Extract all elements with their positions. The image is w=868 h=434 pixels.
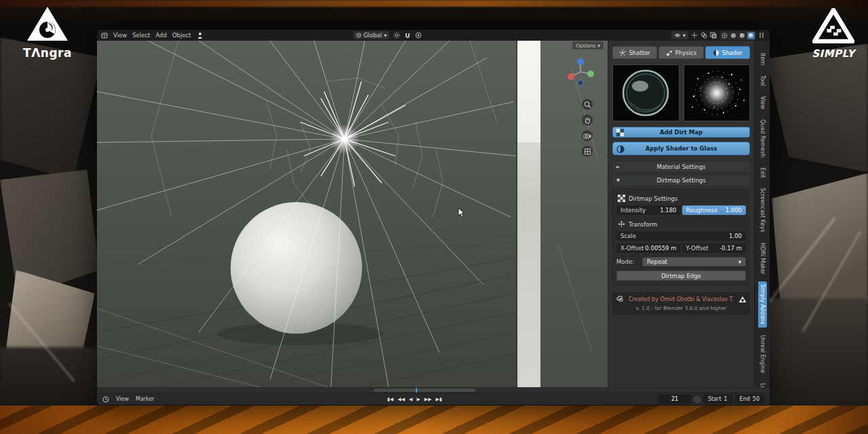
viewport-options-dropdown[interactable]: Options ▾ (572, 41, 604, 50)
viewport-nav-controls (582, 99, 593, 157)
mouse-cursor (458, 208, 466, 218)
dirtmap-edge-button[interactable]: Dirtmap Edge (616, 271, 746, 281)
sidebar-tab-screencast-keys[interactable]: Screencast Keys (758, 185, 767, 235)
menu-view[interactable]: View (113, 32, 127, 39)
sidebar-tab-hdri-maker[interactable]: HDRi Maker (758, 240, 767, 277)
sidebar-tab-simply-addons[interactable]: Simply Addons (758, 281, 767, 327)
sidebar-tab-view[interactable]: View (758, 94, 767, 112)
xray-toggle-icon[interactable] (710, 32, 717, 39)
menu-object[interactable]: Object (172, 32, 191, 39)
tangra-logo: TΛngra (15, 5, 80, 60)
frame-start-field[interactable]: Start 1 (703, 395, 732, 403)
sidebar-tab-luxcore[interactable]: LuxCoreOnl (758, 380, 767, 387)
zoom-icon[interactable] (582, 99, 593, 110)
addon-logo-icon (616, 295, 624, 303)
transform-orientation-dropdown[interactable]: Global ▾ (353, 31, 389, 39)
tab-shader[interactable]: Shader (705, 46, 750, 59)
proportional-edit-icon[interactable] (415, 32, 422, 39)
dirtmap-box-title-row: Dirtmap Settings (618, 195, 746, 202)
tab-physics[interactable]: Physics (658, 46, 703, 59)
move-view-hand-icon[interactable] (582, 115, 593, 125)
jump-to-start-button[interactable]: ▮◀ (387, 397, 393, 402)
apply-shader-to-glass-button[interactable]: Apply Shader to Glass (612, 142, 750, 155)
header-collapse-icon[interactable] (759, 32, 766, 39)
y-offset-field[interactable]: Y-Offset -0.17 m (682, 243, 747, 253)
shading-mode-group (719, 31, 756, 40)
sidebar-tab-quad-remesh[interactable]: Quad Remesh (758, 117, 767, 160)
toggle-grid-icon[interactable] (582, 146, 593, 157)
simply-logo: SIMPLY (804, 8, 863, 60)
viewport-3d[interactable]: Options ▾ (97, 41, 608, 387)
blender-window: View Select Add Object Global ▾ (97, 30, 770, 405)
jump-to-end-button[interactable]: ▶▮ (436, 397, 442, 402)
camera-view-icon[interactable] (582, 130, 593, 141)
current-frame-field[interactable]: 21 (658, 395, 691, 403)
texture-previews (612, 64, 750, 121)
sidebar-tab-unreal-engine[interactable]: Unreal Engine (758, 332, 767, 376)
play-reverse-button[interactable]: ◀ (409, 397, 412, 402)
shading-rendered-icon[interactable] (747, 32, 755, 39)
prev-keyframe-button[interactable]: ◀◀ (397, 397, 405, 402)
shader-icon (713, 50, 719, 56)
timeline-scrub-area[interactable] (97, 387, 770, 393)
simply-logo-text: SIMPLY (804, 47, 863, 60)
stage: TΛngra SIMPLY View Select Add Object (0, 0, 868, 434)
timeline-menu-view[interactable]: View (116, 396, 129, 402)
sidebar-tab-item[interactable]: Item (758, 50, 767, 68)
object-types-visibility-dropdown[interactable]: ▾ (671, 31, 688, 39)
x-offset-field[interactable]: X-Offset 0.00559 m (616, 243, 681, 253)
next-keyframe-button[interactable]: ▶▶ (425, 397, 432, 402)
timeline-visible-range[interactable] (374, 389, 475, 392)
intensity-field[interactable]: Intensity 1.180 (616, 205, 681, 215)
tangra-triangle-icon (26, 5, 69, 42)
transform-axes-icon (618, 220, 625, 228)
dirtmap-settings-section[interactable]: ▼ Dirtmap Settings (612, 176, 750, 185)
dirtmap-texture-preview[interactable] (684, 64, 751, 121)
pivot-point-icon[interactable] (393, 32, 400, 39)
timeline-editor-icon[interactable] (102, 396, 109, 403)
sidebar-tab-strip: Item Tool View Quad Remesh Edit Screenca… (754, 41, 770, 387)
shading-material-icon[interactable] (738, 32, 746, 39)
material-settings-section[interactable]: ► Material Settings (612, 162, 750, 172)
backdrop-bottom-glow (0, 406, 868, 434)
mode-dropdown[interactable]: Repeat ▾ (642, 257, 746, 267)
timeline-menu-marker[interactable]: Marker (136, 396, 155, 402)
menu-select[interactable]: Select (132, 32, 150, 39)
editor-type-icon[interactable] (101, 32, 108, 39)
credits-box: Created by Omid Ghotbi & Viaceslav T. v.… (612, 292, 750, 315)
sidebar-tab-tool[interactable]: Tool (758, 73, 767, 89)
shatter-icon (619, 50, 626, 56)
roughness-field[interactable]: Roughness 1.000 (682, 205, 747, 215)
simply-triangle-icon (812, 8, 854, 43)
simply-addons-panel: Shatter Physics Shader (608, 41, 754, 387)
credits-text: Created by Omid Ghotbi & Viaceslav T. (627, 296, 735, 302)
add-dirt-map-button[interactable]: Add Dirt Map (612, 127, 750, 138)
glass-texture-preview[interactable] (612, 64, 679, 121)
offset-row: X-Offset 0.00559 m Y-Offset -0.17 m (616, 243, 746, 253)
navigation-gizmo[interactable] (564, 56, 597, 88)
frame-range-controls: 21 Start 1 End 50 (658, 395, 764, 403)
frame-end-field[interactable]: End 50 (735, 395, 764, 403)
visibility-eye-icon (674, 32, 681, 39)
auto-keying-icon[interactable] (694, 396, 701, 403)
panel-tab-row: Shatter Physics Shader (612, 46, 750, 59)
chevron-down-icon: ▾ (683, 32, 686, 39)
glass-shard (766, 298, 868, 410)
sidebar-tab-edit[interactable]: Edit (758, 165, 767, 181)
object-mode-icon[interactable] (197, 32, 203, 39)
menu-add[interactable]: Add (155, 32, 166, 39)
scale-field[interactable]: Scale 1.00 (616, 231, 746, 241)
play-button[interactable]: ▶ (416, 397, 420, 402)
snap-magnet-icon[interactable] (404, 32, 411, 39)
checker-icon (618, 195, 625, 202)
shattered-glass-scene (97, 41, 608, 387)
overlays-toggle-icon[interactable] (701, 32, 707, 39)
tab-shatter[interactable]: Shatter (612, 46, 657, 59)
intensity-roughness-row: Intensity 1.180 Roughness 1.000 (616, 205, 746, 215)
viewport-header: View Select Add Object Global ▾ (97, 30, 770, 41)
gizmos-toggle-icon[interactable] (691, 32, 698, 39)
shading-wireframe-icon[interactable] (721, 32, 728, 39)
tangra-logo-text: TΛngra (15, 46, 80, 60)
shading-solid-icon[interactable] (730, 32, 737, 39)
timeline-playhead[interactable] (416, 388, 417, 393)
